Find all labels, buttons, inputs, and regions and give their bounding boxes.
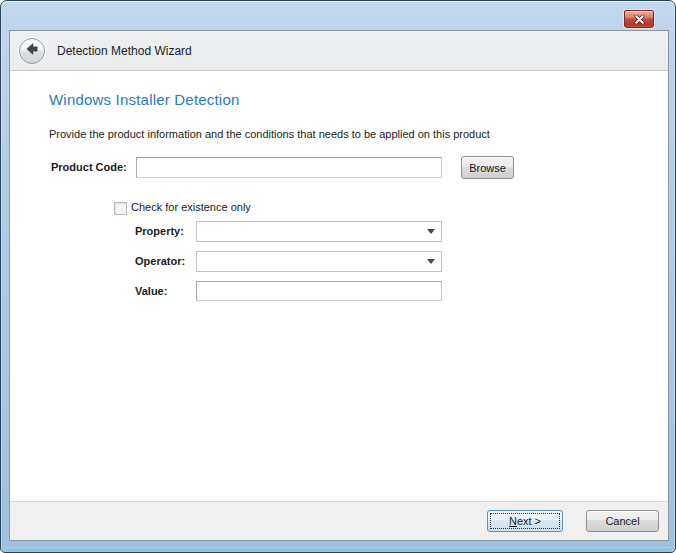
product-code-input[interactable] — [136, 157, 442, 178]
existence-checkbox-label[interactable]: Check for existence only — [131, 201, 251, 213]
dropdown-arrow-icon — [427, 259, 435, 264]
window-frame: Detection Method Wizard Windows Installe… — [0, 0, 676, 553]
back-arrow-icon — [24, 41, 40, 60]
wizard-title: Detection Method Wizard — [57, 44, 192, 58]
dialog-body: Detection Method Wizard Windows Installe… — [9, 30, 669, 541]
next-button[interactable]: Next > — [487, 510, 563, 532]
page-heading: Windows Installer Detection — [49, 91, 239, 108]
next-button-mnemonic: N — [509, 515, 517, 527]
value-input[interactable] — [196, 281, 442, 301]
existence-checkbox[interactable] — [114, 202, 127, 215]
property-dropdown[interactable] — [196, 221, 442, 242]
page-content: Windows Installer Detection Provide the … — [10, 71, 668, 501]
close-icon — [634, 15, 645, 24]
back-button[interactable] — [19, 38, 45, 64]
operator-dropdown[interactable] — [196, 251, 442, 272]
close-button[interactable] — [624, 10, 654, 28]
detection-method-wizard-window: Detection Method Wizard Windows Installe… — [0, 0, 676, 553]
property-label: Property: — [135, 221, 184, 242]
next-button-label: ext > — [517, 515, 541, 527]
cancel-button[interactable]: Cancel — [586, 510, 659, 532]
operator-label: Operator: — [135, 251, 185, 272]
footer: Next > Cancel — [10, 501, 668, 540]
browse-button[interactable]: Browse — [461, 156, 514, 179]
product-code-label: Product Code: — [51, 157, 127, 178]
frame-bottom-sheen — [3, 547, 673, 550]
value-label: Value: — [135, 281, 167, 302]
dropdown-arrow-icon — [427, 229, 435, 234]
wizard-header: Detection Method Wizard — [10, 31, 668, 71]
page-description: Provide the product information and the … — [49, 128, 490, 140]
